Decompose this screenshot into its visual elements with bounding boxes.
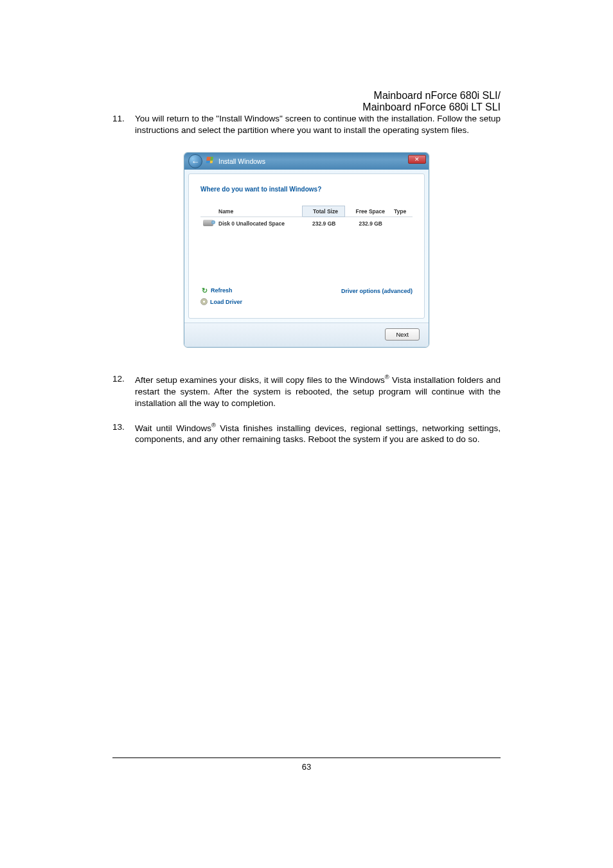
col-total-size[interactable]: Total Size [303, 206, 345, 217]
step-text-a: After setup examines your disks, it will… [135, 375, 385, 385]
back-button[interactable]: ← [188, 154, 202, 168]
dialog-title: Install Windows [218, 157, 265, 165]
step-13: 13. Wait until Windows® Vista finishes i… [112, 421, 501, 446]
dialog-body: Where do you want to install Windows? Na… [188, 173, 425, 319]
step-number: 12. [112, 373, 125, 385]
col-name[interactable]: Name [216, 206, 303, 217]
windows-flag-icon [206, 157, 215, 166]
install-windows-dialog: ← Install Windows ✕ Where do you want to… [184, 152, 429, 348]
page-header: Mainboard nForce 680i SLI/ Mainboard nFo… [112, 90, 501, 113]
header-line-1: Mainboard nForce 680i SLI/ [374, 90, 501, 102]
document-page: Mainboard nForce 680i SLI/ Mainboard nFo… [0, 0, 613, 446]
close-button[interactable]: ✕ [408, 155, 426, 164]
registered-mark: ® [211, 421, 216, 429]
load-driver-link[interactable]: Load Driver [200, 298, 242, 305]
step-12: 12. After setup examines your disks, it … [112, 373, 501, 409]
refresh-link[interactable]: ↻ Refresh [200, 287, 242, 294]
registered-mark: ® [385, 373, 389, 380]
refresh-label: Refresh [211, 287, 233, 294]
step-11: 11. You will return to the "Install Wind… [112, 113, 501, 136]
disk-icon-cell [200, 217, 216, 231]
table-row[interactable]: Disk 0 Unallocated Space 232.9 GB 232.9 … [200, 217, 413, 231]
disk-icon [203, 220, 213, 226]
col-type[interactable]: Type [391, 206, 413, 217]
dialog-prompt: Where do you want to install Windows? [200, 186, 413, 193]
drive-options-link[interactable]: Driver options (advanced) [341, 287, 413, 294]
dialog-actions: ↻ Refresh Load Driver Driver options (ad… [200, 287, 413, 309]
disk-table: Name Total Size Free Space Type Disk 0 U… [200, 206, 413, 230]
step-number: 11. [112, 113, 125, 125]
load-driver-label: Load Driver [210, 299, 242, 305]
disk-total-size: 232.9 GB [303, 217, 345, 231]
dialog-titlebar: ← Install Windows ✕ [184, 153, 429, 170]
header-line-2: Mainboard nForce 680i LT SLI [362, 102, 501, 113]
step-number: 13. [112, 421, 125, 433]
close-icon: ✕ [414, 156, 420, 163]
step-text: You will return to the "Install Windows"… [135, 114, 501, 135]
step-text-a: Wait until Windows [135, 423, 211, 432]
page-footer: 63 [112, 757, 501, 772]
refresh-icon: ↻ [200, 287, 208, 294]
disk-name: Disk 0 Unallocated Space [216, 217, 303, 231]
instruction-list-cont: 12. After setup examines your disks, it … [112, 373, 501, 445]
col-free-space[interactable]: Free Space [344, 206, 391, 217]
table-blank-area [200, 230, 413, 281]
instruction-list: 11. You will return to the "Install Wind… [112, 113, 501, 136]
page-number: 63 [302, 762, 311, 772]
disk-free-space: 232.9 GB [344, 217, 391, 231]
screenshot-figure: ← Install Windows ✕ Where do you want to… [112, 152, 501, 348]
actions-left: ↻ Refresh Load Driver [200, 287, 242, 309]
back-arrow-icon: ← [191, 157, 200, 166]
cd-icon [200, 298, 208, 305]
col-icon [200, 206, 216, 217]
table-header-row: Name Total Size Free Space Type [200, 206, 413, 217]
disk-type [391, 217, 413, 231]
dialog-bottom-bar: Next [184, 323, 429, 347]
next-button[interactable]: Next [385, 328, 420, 341]
